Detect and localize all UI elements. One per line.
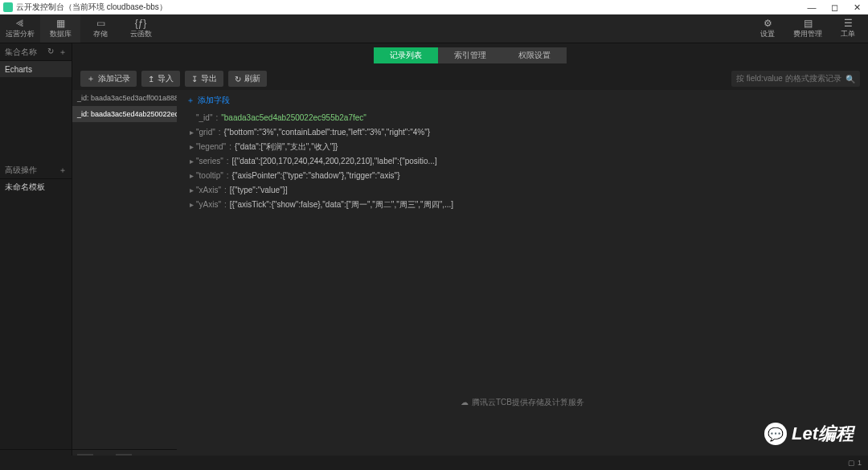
ticket-icon: ☰: [844, 18, 853, 28]
service-footer-text: 腾讯云TCB提供存储及计算服务: [472, 398, 584, 407]
search-input[interactable]: 按 field:value 的格式搜索记录 🔍: [731, 71, 860, 87]
toolbar: ＋添加记录 ↥导入 ↧导出 ↻刷新 按 field:value 的格式搜索记录 …: [72, 67, 868, 90]
json-key: "yAxis": [196, 198, 221, 212]
nav-label: 工单: [841, 29, 855, 39]
chart-icon: ⫷: [15, 18, 25, 28]
collection-label: Echarts: [5, 65, 32, 74]
nav-analytics[interactable]: ⫷运营分析: [0, 14, 40, 43]
nav-storage[interactable]: ▭存储: [80, 14, 121, 43]
doc-id-label: _id: baada3ac5ed3acff001a88813a...: [77, 94, 177, 102]
json-value: [{"type":"value"}]: [230, 183, 288, 198]
expand-caret-icon[interactable]: ▸: [186, 198, 196, 212]
tab-label: 权限设置: [518, 50, 551, 61]
status-text: ▢ 1: [848, 459, 862, 467]
json-key: "grid": [196, 125, 215, 140]
status-bar: ▢ 1: [0, 456, 868, 470]
nav-label: 费用管理: [793, 29, 822, 39]
add-template-icon[interactable]: ＋: [59, 165, 67, 176]
nav-settings[interactable]: ⚙设置: [747, 14, 788, 43]
maximize-button[interactable]: ◻: [826, 2, 842, 13]
tab-record-list[interactable]: 记录列表: [374, 47, 438, 63]
collection-item-echarts[interactable]: Echarts: [0, 61, 72, 77]
sidebar-head-label: 集合名称: [5, 47, 37, 58]
gear-icon: ⚙: [764, 18, 772, 28]
minimize-button[interactable]: —: [804, 2, 820, 13]
json-key: "_id": [196, 111, 212, 125]
nav-label: 云函数: [130, 29, 152, 39]
template-item[interactable]: 未命名模板: [0, 179, 72, 195]
nav-billing[interactable]: ▤费用管理: [788, 14, 828, 43]
sidebar-advanced-head: 高级操作 ＋: [0, 161, 72, 179]
document-row[interactable]: _id: baada3ac5ed4ab250022ec955...: [72, 106, 177, 122]
colon: :: [215, 125, 224, 140]
nav-label: 存储: [93, 29, 108, 39]
nav-label: 设置: [760, 29, 775, 39]
expand-caret-icon[interactable]: ▸: [186, 125, 196, 140]
tab-label: 记录列表: [390, 50, 422, 61]
app-icon: [3, 2, 13, 12]
json-value: [{"axisTick":{"show":false},"data":["周一"…: [230, 198, 453, 212]
colon: :: [226, 140, 235, 154]
btn-label: 导入: [158, 73, 174, 84]
document-row[interactable]: _id: baada3ac5ed3acff001a88813a...: [72, 90, 177, 106]
titlebar: 云开发控制台（当前环境 cloudbase-bbs） — ◻ ✕: [0, 0, 868, 14]
expand-caret-icon[interactable]: ▸: [186, 154, 196, 169]
expand-caret-icon[interactable]: ▸: [186, 140, 196, 154]
sidebar-collections-head: 集合名称 ↻ ＋: [0, 43, 72, 61]
nav-ticket[interactable]: ☰工单: [828, 14, 868, 43]
import-icon: ↥: [148, 75, 154, 84]
nav-database[interactable]: ▦数据库: [40, 14, 80, 43]
import-button[interactable]: ↥导入: [141, 71, 180, 87]
top-navigation: ⫷运营分析 ▦数据库 ▭存储 {ƒ}云函数 ⚙设置 ▤费用管理 ☰工单: [0, 14, 868, 43]
json-value: {"axisPointer":{"type":"shadow"},"trigge…: [232, 169, 400, 183]
btn-label: 添加记录: [98, 73, 130, 84]
json-key: "series": [196, 154, 223, 169]
json-field-row[interactable]: ▸"grid":{"bottom":"3%","containLabel":tr…: [186, 125, 858, 140]
json-field-row[interactable]: ▸"tooltip":{"axisPointer":{"type":"shado…: [186, 169, 858, 183]
json-key: "xAxis": [196, 183, 221, 198]
json-key: "legend": [196, 140, 226, 154]
advanced-head-label: 高级操作: [5, 165, 37, 176]
tab-permissions[interactable]: 权限设置: [502, 47, 567, 63]
search-icon: 🔍: [845, 75, 855, 84]
billing-icon: ▤: [804, 18, 813, 28]
reload-icon: ↻: [235, 75, 241, 84]
add-collection-icon[interactable]: ＋: [59, 47, 67, 58]
colon: :: [221, 198, 230, 212]
json-field-row[interactable]: ▸"xAxis":[{"type":"value"}]: [186, 183, 858, 198]
storage-icon: ▭: [96, 18, 105, 28]
colon: :: [221, 183, 230, 198]
json-value: {"bottom":"3%","containLabel":true,"left…: [224, 125, 431, 140]
btn-label: 导出: [201, 73, 217, 84]
watermark-text: Let编程: [792, 422, 854, 446]
nav-label: 运营分析: [6, 29, 35, 39]
database-icon: ▦: [56, 18, 65, 28]
expand-caret-icon[interactable]: ▸: [186, 183, 196, 198]
export-button[interactable]: ↧导出: [185, 71, 223, 87]
add-record-button[interactable]: ＋添加记录: [80, 71, 137, 87]
nav-label: 数据库: [50, 29, 72, 39]
btn-label: 刷新: [244, 73, 260, 84]
colon: :: [212, 111, 221, 125]
refresh-button[interactable]: ↻刷新: [228, 71, 267, 87]
json-field-row[interactable]: ▸"legend":{"data":["利润","支出","收入"]}: [186, 140, 858, 154]
json-value: "baada3ac5ed4ab250022ec955b2a7fec": [221, 111, 366, 125]
json-value: {"data":["利润","支出","收入"]}: [235, 140, 338, 154]
watermark: 💬 Let编程: [764, 422, 854, 446]
content-tabs: 记录列表 索引管理 权限设置: [72, 43, 868, 67]
tab-index-management[interactable]: 索引管理: [438, 47, 502, 63]
wechat-icon: 💬: [764, 423, 787, 445]
json-value: [{"data":[200,170,240,244,200,220,210],"…: [232, 154, 437, 169]
expand-caret-icon[interactable]: ▸: [186, 169, 196, 183]
function-icon: {ƒ}: [135, 18, 147, 28]
close-window-button[interactable]: ✕: [849, 2, 865, 13]
json-key: "tooltip": [196, 169, 223, 183]
plus-icon: ＋: [186, 95, 194, 106]
add-field-link[interactable]: ＋添加字段: [186, 95, 858, 106]
json-field-row[interactable]: ▸"yAxis":[{"axisTick":{"show":false},"da…: [186, 198, 858, 212]
sidebar: 集合名称 ↻ ＋ Echarts 高级操作 ＋ 未命名模板 ▭ 数据库回档: [0, 43, 72, 470]
json-field-row[interactable]: "_id":"baada3ac5ed4ab250022ec955b2a7fec": [186, 111, 858, 125]
json-field-row[interactable]: ▸"series":[{"data":[200,170,240,244,200,…: [186, 154, 858, 169]
nav-cloudfunctions[interactable]: {ƒ}云函数: [121, 14, 161, 43]
refresh-collections-icon[interactable]: ↻: [47, 47, 54, 58]
